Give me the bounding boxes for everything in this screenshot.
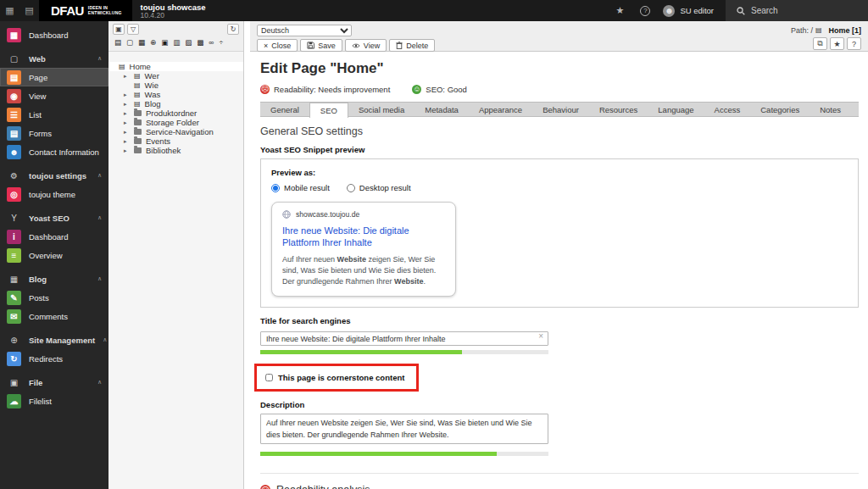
sidebar-item-view[interactable]: ◉ View	[0, 86, 108, 105]
sidebar-item-yoast-dashboard[interactable]: i Dashboard	[0, 227, 108, 246]
sidebar-item-posts[interactable]: ✎ Posts	[0, 288, 108, 307]
tree-node-was[interactable]: ▸ ▤ Was	[108, 90, 243, 99]
page-type-drag-icon[interactable]: ▩	[197, 38, 203, 47]
tree-node-bibliothek[interactable]: ▸ Bibliothek	[108, 146, 243, 155]
site-info: toujou showcase 10.4.20	[141, 0, 206, 21]
tree-node-home[interactable]: ▤ Home	[108, 62, 243, 71]
help-icon[interactable]: ?	[632, 0, 658, 21]
title-length-fill	[260, 350, 462, 354]
radio-input[interactable]	[347, 184, 355, 192]
sidebar-section-file[interactable]: ▣ File ∧	[0, 373, 108, 392]
expand-icon[interactable]: ▸	[124, 129, 127, 136]
expand-icon[interactable]: ▸	[124, 92, 127, 98]
tree-node-events[interactable]: ▸ Events	[108, 136, 243, 146]
chevron-up-icon[interactable]: ∧	[97, 55, 102, 62]
filter-icon[interactable]: ▽	[127, 24, 139, 35]
sidebar-item-page[interactable]: ▤ Page	[0, 68, 108, 86]
sidebar-item-toujou-theme[interactable]: ◎ toujou theme	[0, 185, 108, 203]
sidebar-item-comments[interactable]: ✉ Comments	[0, 307, 108, 325]
sidebar-item-contact-information[interactable]: ☻ Contact Information	[0, 142, 108, 161]
tab-resources[interactable]: Resources	[589, 103, 648, 116]
logo-text: DFAU	[51, 3, 84, 18]
open-in-new-icon[interactable]: ⧉	[813, 37, 827, 50]
mobile-result-radio[interactable]: Mobile result	[271, 183, 330, 192]
sidebar-item-forms[interactable]: ▤ Forms	[0, 124, 108, 142]
view-module-icon: ◉	[7, 89, 21, 103]
expand-icon[interactable]: ▸	[124, 147, 127, 154]
tab-access[interactable]: Access	[704, 103, 751, 116]
global-search[interactable]: Search	[726, 0, 868, 21]
expand-icon[interactable]: ▸	[124, 101, 127, 108]
page-type-drag-icon[interactable]: ▦	[138, 38, 145, 47]
page-type-drag-icon[interactable]: ▥	[173, 38, 180, 47]
module-menu: ▦ Dashboard ▢ Web ∧ ▤ Page ◉ View ☰ List…	[0, 21, 108, 489]
modules-grid-icon[interactable]: ▦	[0, 0, 19, 21]
tree-node-blog[interactable]: ▸ ▤ Blog	[108, 99, 243, 108]
user-menu[interactable]: ☻ SU editor	[658, 0, 726, 21]
bookmark-star-icon[interactable]: ★	[830, 37, 844, 50]
brand-logo[interactable]: DFAU IDEEN INENTWICKLUNG	[39, 0, 132, 21]
bookmark-star-icon[interactable]: ★	[607, 0, 632, 21]
sidebar-section-yoast-seo[interactable]: Y Yoast SEO ∧	[0, 208, 108, 227]
cornerstone-checkbox[interactable]	[265, 374, 273, 381]
chevron-up-icon[interactable]: ∧	[97, 275, 102, 282]
page-type-drag-icon[interactable]: ▢	[126, 38, 133, 47]
close-button[interactable]: × Close	[257, 39, 298, 52]
tab-categories[interactable]: Categories	[750, 103, 810, 116]
expand-icon[interactable]: ▸	[124, 138, 127, 145]
help-icon[interactable]: ?	[847, 37, 861, 50]
delete-button[interactable]: Delete	[389, 39, 435, 52]
view-button[interactable]: View	[345, 39, 387, 52]
tab-metadata[interactable]: Metadata	[415, 103, 469, 116]
tab-appearance[interactable]: Appearance	[469, 103, 532, 116]
floppy-icon	[307, 42, 314, 49]
expand-icon[interactable]: ▸	[124, 110, 127, 117]
tree-node-wie[interactable]: ▤ Wie	[108, 81, 243, 90]
sidebar-item-redirects[interactable]: ↻ Redirects	[0, 349, 108, 368]
tab-notes[interactable]: Notes	[810, 103, 851, 116]
new-page-button[interactable]: ▣	[113, 24, 125, 35]
seo-description-textarea[interactable]: Auf Ihrer neuen Website zeigen Sie, Wer …	[260, 414, 548, 444]
sidebar-item-filelist[interactable]: ☁ Filelist	[0, 392, 108, 410]
tab-general[interactable]: General	[260, 103, 309, 116]
tree-node-wer[interactable]: ▸ ▤ Wer	[108, 71, 243, 81]
tab-language[interactable]: Language	[648, 103, 704, 116]
language-select[interactable]: Deutsch	[257, 25, 352, 36]
chevron-up-icon[interactable]: ∧	[103, 336, 107, 343]
tree-node-storage-folder[interactable]: ▸ Storage Folder	[108, 118, 243, 127]
sidebar-section-blog[interactable]: ▦ Blog ∧	[0, 270, 108, 288]
happy-face-icon: ☺	[412, 85, 421, 94]
expand-icon[interactable]: ▸	[124, 119, 127, 126]
cornerstone-checkbox-label[interactable]: This page is cornerstone content	[265, 373, 404, 382]
desktop-result-radio[interactable]: Desktop result	[347, 183, 411, 192]
expand-icon[interactable]: ▸	[124, 73, 127, 80]
radio-input[interactable]	[271, 184, 280, 192]
tab-seo[interactable]: SEO	[309, 103, 348, 118]
tab-behaviour[interactable]: Behaviour	[532, 103, 589, 116]
page-type-drag-icon[interactable]: ▧	[185, 38, 192, 47]
page-type-drag-icon[interactable]: ⊕	[150, 38, 156, 47]
page-type-drag-icon[interactable]: ▤	[114, 38, 121, 47]
pagetree-toggle-icon[interactable]: ▤	[19, 0, 39, 21]
tab-social-media[interactable]: Social media	[348, 103, 415, 116]
page-type-drag-icon[interactable]: ▣	[161, 38, 168, 47]
tree-node-service-navigation[interactable]: ▸ Service-Navigation	[108, 127, 243, 136]
chevron-up-icon[interactable]: ∧	[97, 172, 102, 179]
chevron-up-icon[interactable]: ∧	[97, 379, 102, 386]
page-type-drag-icon[interactable]: ÷	[219, 38, 223, 47]
save-button[interactable]: Save	[300, 39, 342, 52]
seo-title-input[interactable]	[260, 331, 548, 346]
sidebar-section-web[interactable]: ▢ Web ∧	[0, 49, 108, 68]
tree-node-produktordner[interactable]: ▸ Produktordner	[108, 108, 243, 118]
snippet-title-link[interactable]: Ihre neue Website: Die digitale Plattfor…	[282, 225, 445, 249]
sidebar-item-overview[interactable]: ≡ Overview	[0, 246, 108, 264]
sidebar-item-list[interactable]: ☰ List	[0, 105, 108, 124]
page-type-drag-icon[interactable]: ∞	[209, 38, 214, 47]
clear-input-icon[interactable]: ×	[538, 331, 543, 341]
refresh-icon[interactable]: ↻	[227, 24, 239, 35]
sidebar-section-site-management[interactable]: ⊕ Site Management ∧	[0, 331, 108, 349]
sidebar-item-dashboard[interactable]: ▦ Dashboard	[0, 25, 108, 44]
folder-icon	[134, 110, 142, 116]
sidebar-section-toujou-settings[interactable]: ⚙ toujou settings ∧	[0, 166, 108, 185]
chevron-up-icon[interactable]: ∧	[97, 214, 102, 221]
